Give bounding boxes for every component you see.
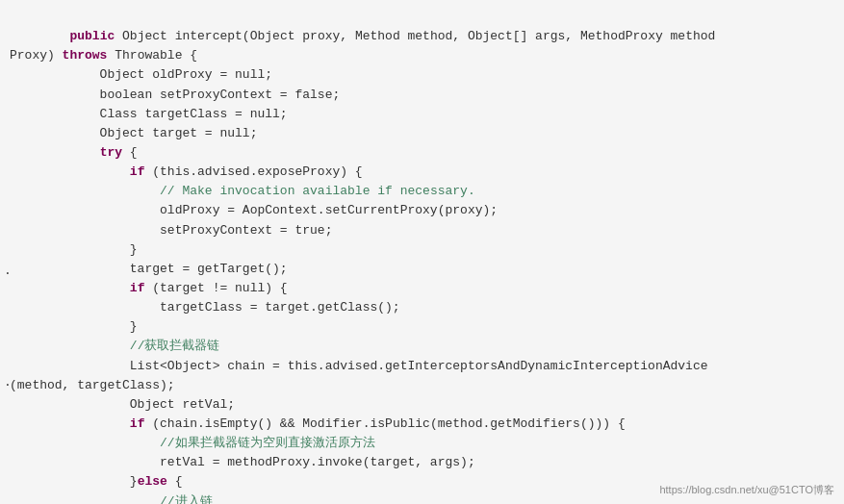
code-block: public Object intercept(Object proxy, Me…: [10, 8, 834, 504]
code-line-24: }else {: [10, 474, 182, 489]
keyword-throws: throws: [63, 48, 108, 63]
keyword-if-3: if: [130, 416, 145, 431]
code-line-12: }: [10, 242, 138, 257]
code-container: public Object intercept(Object proxy, Me…: [0, 0, 844, 504]
code-line-6: Object target = null;: [10, 126, 257, 140]
comment-2: //获取拦截器链: [130, 339, 220, 353]
code-line-14: if (target != null) {: [10, 281, 288, 295]
code-line-1: public Object intercept(Object proxy, Me…: [39, 29, 715, 43]
code-line-21: if (chain.isEmpty() && Modifier.isPublic…: [10, 416, 626, 431]
code-line-22: //如果拦截器链为空则直接激活原方法: [10, 436, 375, 450]
dot-marker-1: .: [4, 262, 12, 281]
keyword-else: else: [138, 474, 167, 489]
code-line-8: if (this.advised.exposeProxy) {: [10, 164, 363, 179]
code-line-2: Proxy) throws Throwable {: [10, 48, 197, 63]
code-line-17: //获取拦截器链: [10, 339, 219, 353]
keyword-if-1: if: [130, 164, 145, 179]
code-line-10: oldProxy = AopContext.setCurrentProxy(pr…: [10, 203, 498, 217]
code-line-18: List<Object> chain = this.advised.getInt…: [10, 359, 708, 373]
code-line-5: Class targetClass = null;: [10, 107, 288, 121]
code-line-23: retVal = methodProxy.invoke(target, args…: [10, 455, 475, 469]
comment-4: //进入链: [160, 494, 213, 504]
code-line-11: setProxyContext = true;: [10, 223, 332, 238]
comment-1: // Make invocation available if necessar…: [160, 184, 475, 198]
comment-3: //如果拦截器链为空则直接激活原方法: [160, 436, 375, 450]
watermark: https://blog.csdn.net/xu@51CTO博客: [659, 482, 834, 498]
code-line-9: // Make invocation available if necessar…: [10, 184, 475, 198]
code-line-19: (method, targetClass);: [10, 378, 175, 392]
code-line-25: //进入链: [10, 494, 213, 504]
code-line-7: try {: [10, 145, 138, 160]
code-line-15: targetClass = target.getClass();: [10, 300, 400, 315]
dot-marker-2: .: [4, 373, 12, 392]
keyword-try: try: [100, 145, 122, 160]
keyword-if-2: if: [130, 281, 145, 295]
code-line-13: target = getTarget();: [10, 262, 288, 276]
code-line-16: }: [10, 319, 138, 334]
code-line-20: Object retVal;: [10, 397, 235, 412]
code-line-4: boolean setProxyContext = false;: [10, 88, 340, 102]
keyword-public: public: [69, 29, 115, 43]
code-line-3: Object oldProxy = null;: [10, 67, 272, 82]
